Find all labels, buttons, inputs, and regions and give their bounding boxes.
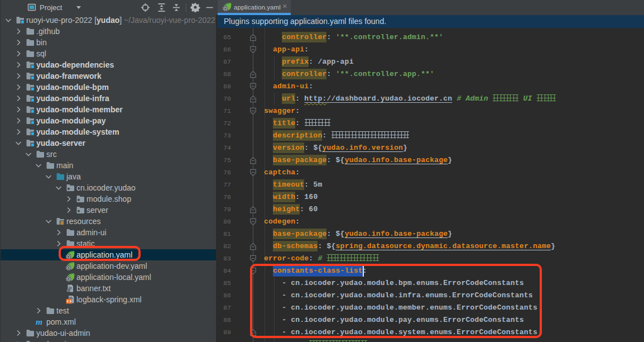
svg-text:m: m bbox=[36, 317, 42, 326]
